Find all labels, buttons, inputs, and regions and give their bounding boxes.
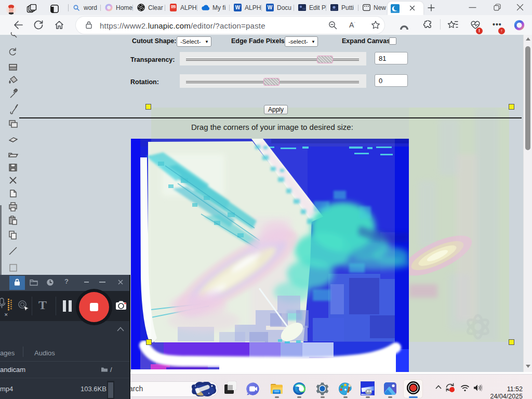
svg-text:PDF: PDF xyxy=(171,6,176,8)
svg-text:W: W xyxy=(268,5,273,10)
svg-text:W: W xyxy=(235,5,241,10)
